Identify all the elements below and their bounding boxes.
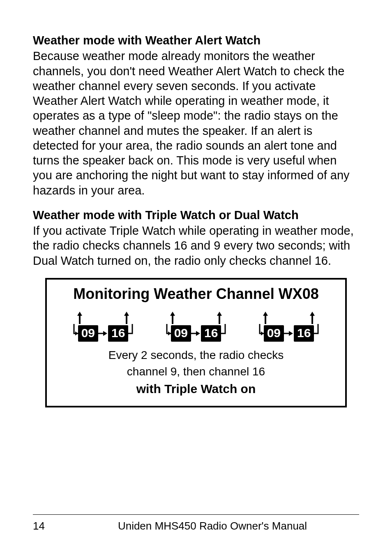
corner-out-icon [128,324,134,343]
page-footer: 14 Uniden MHS450 Radio Owner's Manual [33,514,359,532]
corner-in-icon [72,324,78,343]
figure-caption-line2: channel 9, then channel 16 [55,364,337,379]
channel-box: 16 [201,325,221,342]
section2-body: If you activate Triple Watch while opera… [33,223,359,268]
corner-in-icon [165,324,171,343]
corner-in-icon [258,324,264,343]
channel-box: 09 [171,325,191,342]
channel-box: 16 [108,325,128,342]
diagram-figure: Monitoring Weather Channel WX08 09 16 [45,278,347,407]
arrow-up-icon [309,312,316,324]
section1-heading: Weather mode with Weather Alert Watch [33,33,359,48]
channel-group: 09 16 [68,312,138,343]
section2-heading: Weather mode with Triple Watch or Dual W… [33,208,359,222]
corner-out-icon [314,324,320,343]
arrow-right-icon [191,329,201,338]
section1-body: Because weather mode already monitors th… [33,49,359,198]
channel-box: 09 [264,325,284,342]
channel-group: 09 16 [161,312,231,343]
arrow-up-icon [76,312,83,324]
figure-title: Monitoring Weather Channel WX08 [55,285,337,303]
arrow-right-icon [284,329,294,338]
channel-box: 09 [78,325,98,342]
page-number: 14 [33,520,66,532]
channel-groups: 09 16 09 16 [55,312,337,343]
figure-caption-line1: Every 2 seconds, the radio checks [55,348,337,363]
arrow-right-icon [98,329,108,338]
footer-title: Uniden MHS450 Radio Owner's Manual [66,520,359,532]
corner-out-icon [221,324,227,343]
channel-box: 16 [294,325,314,342]
arrow-up-icon [169,312,176,324]
arrow-up-icon [262,312,269,324]
arrow-up-icon [123,312,130,324]
channel-group: 09 16 [254,312,324,343]
figure-caption-bold: with Triple Watch on [55,382,337,396]
arrow-up-icon [216,312,223,324]
